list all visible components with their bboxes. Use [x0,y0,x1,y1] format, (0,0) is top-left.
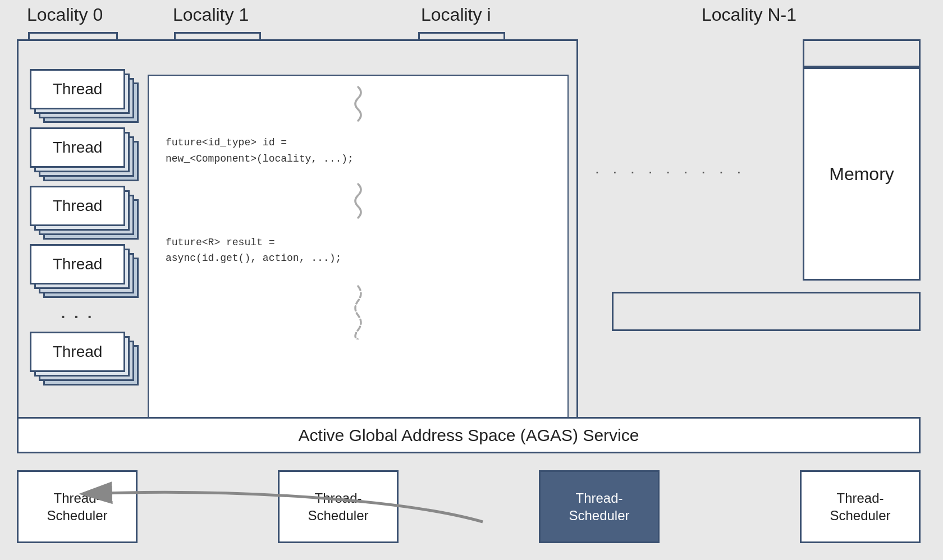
locn-top-connector [803,39,921,67]
wavy-line-bottom [347,283,369,339]
locality-label-n: Locality N-1 [702,4,796,25]
thread-box-last: Thread [30,332,125,372]
thread-item-4: Thread [30,244,139,298]
extra-right-box [612,292,921,331]
outer-locality-box: Thread Thread [17,39,578,448]
thread-box-4: Thread [30,244,125,284]
thread-dots: · · · [30,302,125,332]
code-box: future<id_type> id = new_<Component>(loc… [148,75,569,440]
code-block-2: future<R> result = async(id.get(), actio… [149,223,567,278]
middle-dots: · · · · · · · · · [595,163,745,181]
diagram-container: Locality 0 Locality 1 Locality i Localit… [0,0,943,560]
scheduler-0: Thread-Scheduler [17,470,138,543]
locality-label-0: Locality 0 [27,4,103,25]
thread-box-3: Thread [30,186,125,226]
thread-item-last: Thread [30,332,139,385]
scheduler-i: Thread-Scheduler [539,470,660,543]
locality-label-1: Locality 1 [173,4,249,25]
agas-bar: Active Global Address Space (AGAS) Servi… [17,417,921,453]
thread-item-2: Thread [30,127,139,181]
scheduler-n: Thread-Scheduler [800,470,921,543]
schedulers-row: Thread-Scheduler Thread-Scheduler Thread… [17,470,921,543]
thread-item-1: Thread [30,69,139,123]
wavy-line-middle [347,181,369,221]
scheduler-1: Thread-Scheduler [278,470,399,543]
thread-box-1: Thread [30,69,125,109]
locality-label-i: Locality i [421,4,491,25]
code-line-3: future<R> result = [166,235,551,251]
thread-box-2: Thread [30,127,125,168]
main-area: Thread Thread [11,34,932,549]
thread-stack: Thread Thread [30,69,142,390]
code-block-1: future<id_type> id = new_<Component>(loc… [149,123,567,178]
code-line-1: future<id_type> id = [166,135,551,151]
code-line-2: new_<Component>(locality, ...); [166,151,551,167]
code-line-4: async(id.get(), action, ...); [166,250,551,267]
memory-box: Memory [803,67,921,281]
wavy-line-top [347,84,369,123]
thread-item-3: Thread [30,186,139,240]
